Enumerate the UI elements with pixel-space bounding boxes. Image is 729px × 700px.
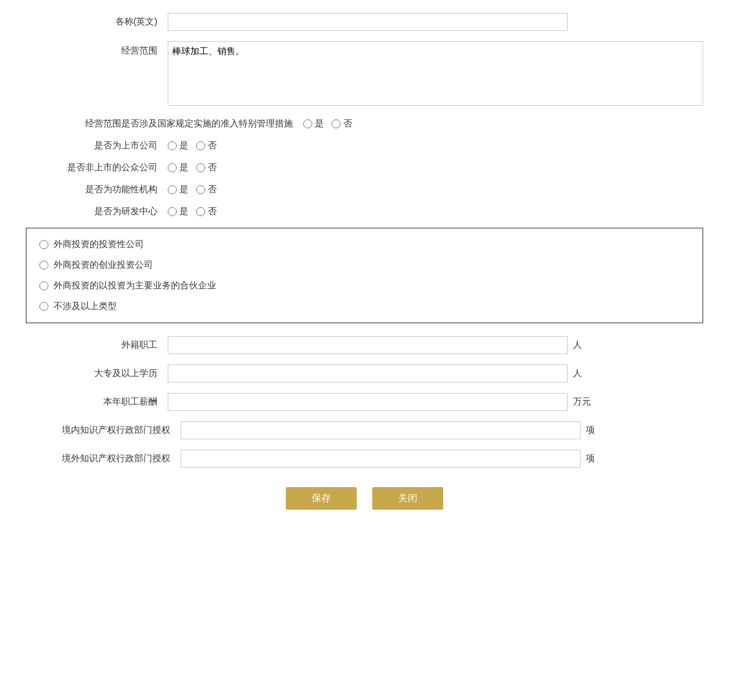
rd-center-yes-label: 是 (179, 206, 188, 217)
foreign-employee-unit: 人 (568, 339, 582, 351)
save-button[interactable]: 保存 (286, 487, 357, 510)
investment-type-1-label: 外商投资的投资性公司 (54, 239, 144, 250)
special-management-yes-label: 是 (315, 118, 324, 130)
investment-type-3-radio[interactable] (39, 281, 48, 290)
listed-company-no-radio[interactable] (196, 141, 205, 150)
college-degree-label: 大专及以上学历 (26, 368, 168, 379)
rd-center-radio-group: 是 否 (168, 206, 217, 217)
form-container: 各称(英文) 经营范围 棒球加工、销售。 经营范围是否涉及国家规定实施的准入特别… (26, 13, 703, 510)
investment-type-4-label: 不涉及以上类型 (54, 301, 117, 312)
special-management-row: 经营范围是否涉及国家规定实施的准入特别管理措施 是 否 (26, 118, 703, 130)
college-degree-input[interactable] (168, 365, 568, 383)
annual-salary-unit: 万元 (568, 396, 591, 408)
domestic-ip-input[interactable] (181, 421, 581, 439)
functional-org-yes[interactable]: 是 (168, 184, 188, 195)
special-management-label: 经营范围是否涉及国家规定实施的准入特别管理措施 (26, 118, 303, 130)
annual-salary-input[interactable] (168, 393, 568, 411)
name-en-label: 各称(英文) (26, 16, 168, 28)
special-management-no-label: 否 (343, 118, 352, 130)
name-en-row: 各称(英文) (26, 13, 703, 31)
non-listed-public-row: 是否非上市的公众公司 是 否 (26, 162, 703, 174)
investment-type-2-label: 外商投资的创业投资公司 (54, 259, 153, 271)
rd-center-label: 是否为研发中心 (26, 206, 168, 217)
domestic-ip-row: 境内知识产权行政部门授权 项 (26, 421, 703, 439)
non-listed-public-yes[interactable]: 是 (168, 162, 188, 174)
foreign-ip-row: 境外知识产权行政部门授权 项 (26, 450, 703, 468)
functional-org-radio-group: 是 否 (168, 184, 217, 195)
investment-type-box: 外商投资的投资性公司 外商投资的创业投资公司 外商投资的以投资为主要业务的合伙企… (26, 228, 703, 323)
rd-center-no-label: 否 (208, 206, 217, 217)
investment-type-2[interactable]: 外商投资的创业投资公司 (39, 259, 690, 271)
investment-type-3[interactable]: 外商投资的以投资为主要业务的合伙企业 (39, 280, 690, 292)
foreign-employee-row: 外籍职工 人 (26, 336, 703, 354)
listed-company-radio-group: 是 否 (168, 140, 217, 152)
college-degree-row: 大专及以上学历 人 (26, 365, 703, 383)
investment-type-2-radio[interactable] (39, 261, 48, 270)
special-management-radio-group: 是 否 (303, 118, 352, 130)
functional-org-no-radio[interactable] (196, 185, 205, 194)
functional-org-label: 是否为功能性机构 (26, 184, 168, 195)
investment-type-1[interactable]: 外商投资的投资性公司 (39, 239, 690, 250)
rd-center-yes-radio[interactable] (168, 207, 177, 216)
special-management-yes[interactable]: 是 (303, 118, 324, 130)
college-degree-unit: 人 (568, 368, 582, 379)
business-scope-wrapper: 棒球加工、销售。 (168, 41, 703, 108)
investment-type-4[interactable]: 不涉及以上类型 (39, 301, 690, 312)
listed-company-label: 是否为上市公司 (26, 140, 168, 152)
foreign-employee-input[interactable] (168, 336, 568, 354)
button-row: 保存 关闭 (26, 487, 703, 510)
foreign-ip-label: 境外知识产权行政部门授权 (26, 453, 181, 465)
functional-org-row: 是否为功能性机构 是 否 (26, 184, 703, 195)
business-scope-textarea[interactable]: 棒球加工、销售。 (168, 41, 703, 106)
rd-center-yes[interactable]: 是 (168, 206, 188, 217)
investment-type-3-label: 外商投资的以投资为主要业务的合伙企业 (54, 280, 216, 292)
non-listed-public-yes-radio[interactable] (168, 163, 177, 172)
listed-company-yes[interactable]: 是 (168, 140, 188, 152)
functional-org-yes-label: 是 (179, 184, 188, 195)
functional-org-no-label: 否 (208, 184, 217, 195)
listed-company-yes-label: 是 (179, 140, 188, 152)
domestic-ip-label: 境内知识产权行政部门授权 (26, 425, 181, 436)
foreign-ip-input[interactable] (181, 450, 581, 468)
rd-center-no-radio[interactable] (196, 207, 205, 216)
domestic-ip-unit: 项 (581, 425, 595, 436)
listed-company-row: 是否为上市公司 是 否 (26, 140, 703, 152)
foreign-ip-unit: 项 (581, 453, 595, 465)
functional-org-no[interactable]: 否 (196, 184, 217, 195)
name-en-input[interactable] (168, 13, 568, 31)
non-listed-public-yes-label: 是 (179, 162, 188, 174)
non-listed-public-label: 是否非上市的公众公司 (26, 162, 168, 174)
listed-company-no-label: 否 (208, 140, 217, 152)
non-listed-public-radio-group: 是 否 (168, 162, 217, 174)
annual-salary-label: 本年职工薪酬 (26, 396, 168, 408)
rd-center-row: 是否为研发中心 是 否 (26, 206, 703, 217)
non-listed-public-no[interactable]: 否 (196, 162, 217, 174)
special-management-yes-radio[interactable] (303, 119, 312, 128)
foreign-employee-label: 外籍职工 (26, 339, 168, 351)
close-button[interactable]: 关闭 (372, 487, 443, 510)
investment-type-1-radio[interactable] (39, 240, 48, 249)
special-management-no[interactable]: 否 (332, 118, 352, 130)
business-scope-label: 经营范围 (26, 41, 168, 57)
investment-type-4-radio[interactable] (39, 302, 48, 311)
listed-company-yes-radio[interactable] (168, 141, 177, 150)
rd-center-no[interactable]: 否 (196, 206, 217, 217)
special-management-no-radio[interactable] (332, 119, 341, 128)
listed-company-no[interactable]: 否 (196, 140, 217, 152)
business-scope-row: 经营范围 棒球加工、销售。 (26, 41, 703, 108)
non-listed-public-no-label: 否 (208, 162, 217, 174)
annual-salary-row: 本年职工薪酬 万元 (26, 393, 703, 411)
non-listed-public-no-radio[interactable] (196, 163, 205, 172)
functional-org-yes-radio[interactable] (168, 185, 177, 194)
